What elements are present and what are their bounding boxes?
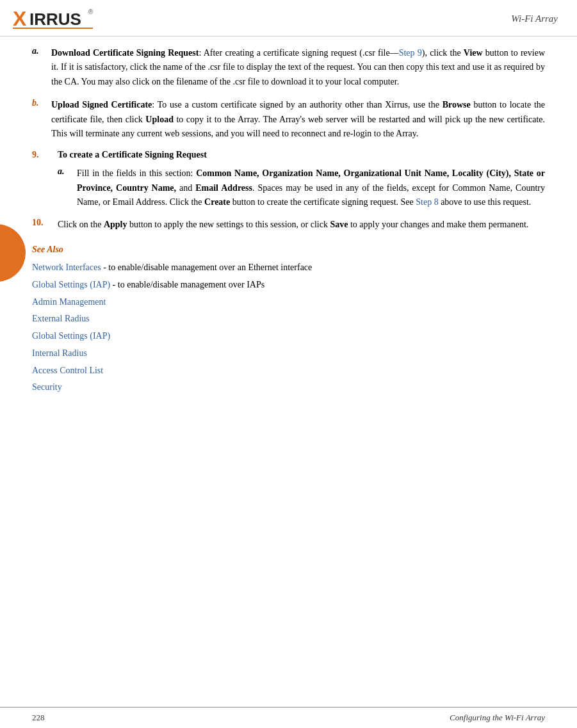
item-a-view-bold: View <box>464 48 483 58</box>
item-a-text2: ), click the <box>422 48 464 58</box>
item-a-text1: : After creating a certificate signing r… <box>199 48 398 58</box>
svg-text:IRRUS: IRRUS <box>29 10 81 29</box>
see-also-link-3[interactable]: External Radius <box>32 314 90 323</box>
see-also-link-7[interactable]: Security <box>32 382 62 392</box>
item-b-content: Upload Signed Certificate: To use a cust… <box>51 98 545 141</box>
step10-text1: Click on the <box>58 220 104 229</box>
step-9-container: 9. To create a Certificate Signing Reque… <box>32 150 545 209</box>
see-also-link-5[interactable]: Internal Radius <box>32 348 87 358</box>
step9a-text4: button to create the certificate signing… <box>230 197 416 207</box>
see-also-links: Network Interfaces - to enable/disable m… <box>32 260 545 395</box>
see-also-line: Network Interfaces - to enable/disable m… <box>32 260 545 275</box>
step8-link[interactable]: Step 8 <box>416 197 438 207</box>
see-also-link-0[interactable]: Network Interfaces <box>32 263 101 272</box>
step9a-text1: Fill in the fields in this section: <box>77 168 196 178</box>
see-also-line: Global Settings (IAP) - to enable/disabl… <box>32 277 545 293</box>
see-also-line: Access Control List <box>32 363 545 378</box>
see-also-link-4[interactable]: Global Settings (IAP) <box>32 331 110 341</box>
svg-rect-3 <box>13 28 93 29</box>
see-also-line: Internal Radius <box>32 346 545 361</box>
logo-container: X IRRUS ® <box>13 6 96 31</box>
step9a-create-bold: Create <box>204 197 230 207</box>
step9-link-a[interactable]: Step 9 <box>399 48 422 58</box>
step9a-text5: above to use this request. <box>439 197 532 207</box>
step-9a-content: Fill in the fields in this section: Comm… <box>77 166 545 209</box>
svg-text:®: ® <box>88 8 93 15</box>
item-a-content: Download Certificate Signing Request: Af… <box>51 46 545 89</box>
step10-apply-bold: Apply <box>104 220 127 229</box>
footer: 228 Configuring the Wi-Fi Array <box>0 707 577 728</box>
header-title: Wi-Fi Array <box>511 13 558 24</box>
list-item-b-upload: b. Upload Signed Certificate: To use a c… <box>32 98 545 141</box>
see-also-line: External Radius <box>32 311 545 327</box>
item-b-label: b. <box>32 98 51 141</box>
see-also-line: Admin Management <box>32 295 545 310</box>
xirrus-logo: X IRRUS ® <box>13 6 96 31</box>
see-also-rest-0: - to enable/disable management over an E… <box>101 263 313 272</box>
see-also-link-6[interactable]: Access Control List <box>32 366 103 375</box>
footer-page-number: 228 <box>32 713 45 723</box>
see-also-line: Security <box>32 380 545 395</box>
footer-title: Configuring the Wi-Fi Array <box>450 713 545 723</box>
step-9a-item: a. Fill in the fields in this section: C… <box>58 166 545 209</box>
see-also-link-1[interactable]: Global Settings (IAP) <box>32 280 110 289</box>
item-b-text1: : To use a custom certificate signed by … <box>152 100 442 109</box>
step10-save-bold: Save <box>330 220 348 229</box>
step10-text3: to apply your changes and make them perm… <box>348 220 528 229</box>
main-content: a. Download Certificate Signing Request:… <box>0 36 577 707</box>
step9a-text2: and <box>176 183 195 193</box>
list-item-a-download: a. Download Certificate Signing Request:… <box>32 46 545 89</box>
see-also-section: See Also Network Interfaces - to enable/… <box>32 245 545 395</box>
page-container: X IRRUS ® Wi-Fi Array a. Download Certif… <box>0 0 577 728</box>
see-also-rest-1: - to enable/disable management over IAPs <box>110 280 264 289</box>
step-10-content: Click on the Apply button to apply the n… <box>58 218 545 232</box>
step-9-number: 9. <box>32 150 58 209</box>
step-9-title: To create a Certificate Signing Request <box>58 150 545 160</box>
see-also-link-2[interactable]: Admin Management <box>32 297 106 307</box>
see-also-title: See Also <box>32 245 545 255</box>
header: X IRRUS ® Wi-Fi Array <box>0 0 577 36</box>
step-9-content: To create a Certificate Signing Request … <box>58 150 545 209</box>
step-9a-label: a. <box>58 166 77 209</box>
step9a-email-bold: Email Address <box>195 183 252 193</box>
item-b-upload-bold: Upload <box>145 115 174 124</box>
svg-text:X: X <box>13 7 27 30</box>
step-10-number: 10. <box>32 218 58 232</box>
step-10-container: 10. Click on the Apply button to apply t… <box>32 218 545 232</box>
step10-text2: button to apply the new settings to this… <box>127 220 330 229</box>
item-b-browse-bold: Browse <box>443 100 471 109</box>
item-b-bold-title: Upload Signed Certificate <box>51 100 152 109</box>
item-a-bold-title: Download Certificate Signing Request <box>51 48 199 58</box>
item-a-label: a. <box>32 46 51 89</box>
see-also-line: Global Settings (IAP) <box>32 328 545 344</box>
